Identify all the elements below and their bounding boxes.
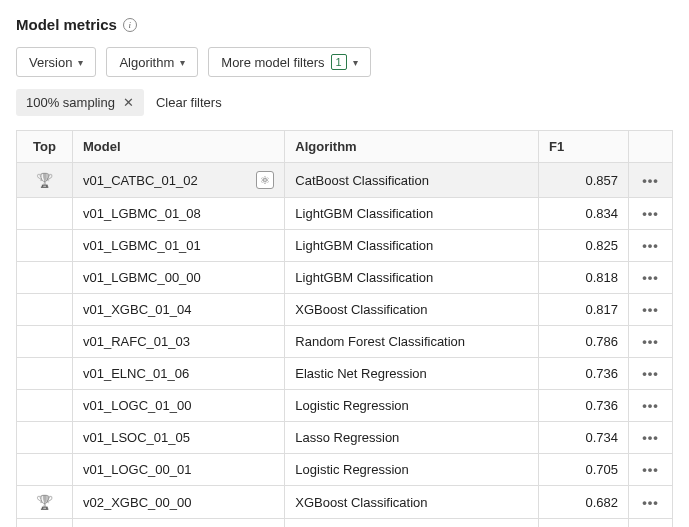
algorithm-filter-button[interactable]: Algorithm ▾ [106,47,198,77]
cell-model: v01_RAFC_01_03 [73,326,285,358]
cell-algorithm: LightGBM Classification [285,198,539,230]
cell-model: v01_GNBC_01_07 [73,519,285,528]
cell-f1: 0.818 [539,262,629,294]
cell-model: v01_LOGC_01_00 [73,390,285,422]
row-actions-menu-icon[interactable]: ••• [642,398,659,413]
table-row[interactable]: v01_XGBC_01_04XGBoost Classification0.81… [17,294,673,326]
cell-actions: ••• [629,422,673,454]
cell-top [17,294,73,326]
cell-actions: ••• [629,358,673,390]
cell-algorithm: LightGBM Classification [285,262,539,294]
cell-model: v01_CATBC_01_02⚛ [73,163,285,198]
chevron-down-icon: ▾ [353,57,358,68]
row-actions-menu-icon[interactable]: ••• [642,173,659,188]
cell-f1: 0.786 [539,326,629,358]
cell-actions: ••• [629,454,673,486]
version-filter-label: Version [29,55,72,70]
cell-f1: 0.857 [539,163,629,198]
table-row[interactable]: v01_LGBMC_00_00LightGBM Classification0.… [17,262,673,294]
cell-algorithm: Random Forest Classification [285,326,539,358]
cell-model: v01_LOGC_00_01 [73,454,285,486]
cell-top [17,262,73,294]
table-row[interactable]: v01_LGBMC_01_01LightGBM Classification0.… [17,230,673,262]
table-row[interactable]: v01_ELNC_01_06Elastic Net Regression0.73… [17,358,673,390]
col-header-algorithm[interactable]: Algorithm [285,131,539,163]
model-name: v01_LGBMC_00_00 [83,270,201,285]
col-header-f1[interactable]: F1 [539,131,629,163]
row-actions-menu-icon[interactable]: ••• [642,270,659,285]
col-header-top[interactable]: Top [17,131,73,163]
table-row[interactable]: 🏆v02_XGBC_00_00XGBoost Classification0.6… [17,486,673,519]
close-icon[interactable]: ✕ [123,96,134,109]
more-filters-count-badge: 1 [331,54,347,70]
model-name: v01_ELNC_01_06 [83,366,189,381]
cell-top [17,390,73,422]
row-actions-menu-icon[interactable]: ••• [642,334,659,349]
page-header: Model metrics i [16,16,673,33]
cell-algorithm: Logistic Regression [285,390,539,422]
cell-top [17,230,73,262]
model-name: v01_LOGC_00_01 [83,462,191,477]
table-row[interactable]: 🏆v01_CATBC_01_02⚛CatBoost Classification… [17,163,673,198]
row-actions-menu-icon[interactable]: ••• [642,206,659,221]
col-header-model[interactable]: Model [73,131,285,163]
cell-algorithm: LightGBM Classification [285,230,539,262]
more-filters-label: More model filters [221,55,324,70]
algorithm-filter-label: Algorithm [119,55,174,70]
table-row[interactable]: v01_LOGC_01_00Logistic Regression0.736••… [17,390,673,422]
active-filters-row: 100% sampling ✕ Clear filters [16,89,673,116]
model-name: v01_LGBMC_01_01 [83,238,201,253]
cell-f1: 0.705 [539,454,629,486]
row-actions-menu-icon[interactable]: ••• [642,238,659,253]
cell-algorithm: Logistic Regression [285,454,539,486]
table-header-row: Top Model Algorithm F1 [17,131,673,163]
clear-filters-link[interactable]: Clear filters [156,95,222,110]
table-row[interactable]: v01_LOGC_00_01Logistic Regression0.705••… [17,454,673,486]
cell-f1: 0.736 [539,358,629,390]
cell-f1: 0.825 [539,230,629,262]
table-row[interactable]: v01_RAFC_01_03Random Forest Classificati… [17,326,673,358]
cell-top [17,454,73,486]
info-icon[interactable]: i [123,18,137,32]
cell-algorithm: Elastic Net Regression [285,358,539,390]
model-name: v01_LOGC_01_00 [83,398,191,413]
model-name: v01_CATBC_01_02 [83,173,198,188]
sampling-chip-label: 100% sampling [26,95,115,110]
row-actions-menu-icon[interactable]: ••• [642,302,659,317]
table-row[interactable]: v01_GNBC_01_07Gaussian Naive Bayes0.633•… [17,519,673,528]
cell-f1: 0.736 [539,390,629,422]
cell-actions: ••• [629,294,673,326]
row-actions-menu-icon[interactable]: ••• [642,366,659,381]
model-metrics-table: Top Model Algorithm F1 🏆v01_CATBC_01_02⚛… [16,130,673,527]
chevron-down-icon: ▾ [180,57,185,68]
model-name: v01_RAFC_01_03 [83,334,190,349]
cell-f1: 0.817 [539,294,629,326]
model-name: v01_LSOC_01_05 [83,430,190,445]
cell-actions: ••• [629,262,673,294]
cell-top [17,326,73,358]
version-filter-button[interactable]: Version ▾ [16,47,96,77]
cell-top: 🏆 [17,486,73,519]
cell-actions: ••• [629,230,673,262]
model-name: v01_XGBC_01_04 [83,302,191,317]
model-name: v02_XGBC_00_00 [83,495,191,510]
cell-actions: ••• [629,519,673,528]
row-actions-menu-icon[interactable]: ••• [642,462,659,477]
atom-icon[interactable]: ⚛ [256,171,274,189]
cell-model: v01_LGBMC_01_08 [73,198,285,230]
cell-algorithm: Gaussian Naive Bayes [285,519,539,528]
row-actions-menu-icon[interactable]: ••• [642,495,659,510]
cell-top [17,358,73,390]
page-title: Model metrics [16,16,117,33]
table-row[interactable]: v01_LSOC_01_05Lasso Regression0.734••• [17,422,673,454]
sampling-filter-chip[interactable]: 100% sampling ✕ [16,89,144,116]
cell-algorithm: XGBoost Classification [285,294,539,326]
cell-model: v01_XGBC_01_04 [73,294,285,326]
row-actions-menu-icon[interactable]: ••• [642,430,659,445]
cell-model: v02_XGBC_00_00 [73,486,285,519]
cell-f1: 0.633 [539,519,629,528]
table-row[interactable]: v01_LGBMC_01_08LightGBM Classification0.… [17,198,673,230]
cell-f1: 0.834 [539,198,629,230]
more-filters-button[interactable]: More model filters 1 ▾ [208,47,370,77]
cell-model: v01_ELNC_01_06 [73,358,285,390]
